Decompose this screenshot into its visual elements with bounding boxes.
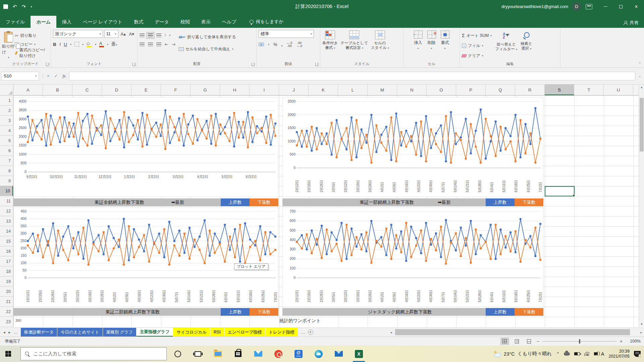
row-header-5[interactable]: 5: [0, 136, 13, 146]
underline-button[interactable]: U: [64, 42, 67, 47]
name-box[interactable]: S10▾: [1, 72, 39, 80]
number-dialog-launcher[interactable]: [315, 63, 319, 66]
mail-icon[interactable]: [248, 346, 268, 362]
sheet-tab-サイコロジカル[interactable]: サイコロジカル: [173, 328, 210, 337]
cell-styles-button[interactable]: セルのスタイル ▾: [371, 31, 389, 60]
increase-font-icon[interactable]: A▴: [120, 32, 127, 37]
taskbar-search-input[interactable]: ここに入力して検索: [20, 347, 167, 360]
row-header-3[interactable]: 3: [0, 116, 13, 126]
row-header-22[interactable]: 22: [0, 307, 13, 317]
row-header-17[interactable]: 17: [0, 256, 13, 266]
at-menu-icon[interactable]: @menu: [288, 346, 309, 362]
task-view-icon[interactable]: [188, 346, 208, 362]
scroll-down-icon[interactable]: ▼: [639, 321, 644, 327]
vertical-scrollbar[interactable]: ▲ ▼: [639, 84, 644, 327]
column-header-M[interactable]: M: [368, 84, 397, 95]
row-header-13[interactable]: 13: [0, 216, 13, 226]
ribbon-tab-校閲[interactable]: 校閲: [175, 16, 196, 28]
row-header-23[interactable]: 23: [0, 317, 13, 327]
ribbon-tab-数式[interactable]: 数式: [128, 16, 149, 28]
row-header-8[interactable]: 8: [0, 166, 13, 176]
red-circle-app-icon[interactable]: [268, 346, 288, 362]
action-center-icon[interactable]: 1: [634, 351, 641, 357]
align-middle-icon[interactable]: [148, 34, 153, 37]
ribbon-display-options-icon[interactable]: [586, 4, 592, 9]
font-dialog-launcher[interactable]: [132, 63, 136, 66]
ribbon-tab-ページ レイアウト[interactable]: ページ レイアウト: [77, 16, 128, 28]
scroll-right-icon[interactable]: ▸: [639, 328, 644, 337]
account-avatar[interactable]: D: [572, 2, 581, 11]
sheet-tab-今日のまとめサイト[interactable]: 今日のまとめサイト: [57, 328, 103, 337]
row-header-21[interactable]: 21: [0, 297, 13, 307]
row-header-7[interactable]: 7: [0, 156, 13, 166]
increase-decimal-icon[interactable]: ←.0.00: [286, 41, 292, 47]
sheet-tab-エンベロープ指標[interactable]: エンベロープ指標: [224, 328, 265, 337]
ribbon-tab-ホーム[interactable]: ホーム: [31, 16, 56, 28]
column-header-O[interactable]: O: [427, 84, 456, 95]
ribbon-tab-表示[interactable]: 表示: [196, 16, 216, 28]
format-as-table-button[interactable]: テーブルとして書式設定 ▾: [340, 31, 368, 60]
autosum-button[interactable]: Σオート SUM▾: [462, 31, 492, 40]
align-bottom-icon[interactable]: [156, 34, 161, 37]
select-all-corner[interactable]: [0, 84, 13, 96]
collapse-ribbon-icon[interactable]: ⌃: [638, 62, 641, 66]
column-header-A[interactable]: A: [13, 84, 43, 95]
sheet-more-icon[interactable]: …: [301, 330, 305, 335]
delete-cells-button[interactable]: 削除▾: [427, 31, 436, 60]
column-header-C[interactable]: C: [72, 84, 102, 95]
align-top-icon[interactable]: [140, 34, 145, 37]
file-explorer-icon[interactable]: [208, 346, 228, 362]
mail-2-icon[interactable]: [329, 346, 349, 362]
sheet-nav-right-icon[interactable]: ▸: [9, 330, 11, 335]
column-header-B[interactable]: B: [43, 84, 72, 95]
close-button[interactable]: ×: [629, 0, 644, 13]
orientation-icon[interactable]: ⟊: [165, 33, 166, 38]
normal-view-icon[interactable]: [500, 338, 509, 345]
column-header-G[interactable]: G: [191, 84, 220, 95]
insert-cells-button[interactable]: 挿入▾: [414, 31, 423, 60]
onedrive-icon[interactable]: [564, 352, 570, 356]
column-header-L[interactable]: L: [338, 84, 368, 95]
font-size-select[interactable]: 11▾: [104, 30, 118, 38]
sheet-tab-株価診断データ[interactable]: 株価診断データ: [21, 328, 57, 337]
merge-center-button[interactable]: セルを結合して中央揃え▾: [179, 45, 236, 53]
italic-button[interactable]: I: [59, 42, 61, 47]
row-header-9[interactable]: 9: [0, 176, 13, 186]
volume-icon[interactable]: [594, 352, 596, 355]
font-color-icon[interactable]: A: [99, 42, 104, 47]
page-layout-view-icon[interactable]: [513, 338, 521, 345]
font-name-select[interactable]: 游ゴシック▾: [53, 30, 103, 38]
percent-format-icon[interactable]: %: [273, 42, 277, 47]
paste-button[interactable]: 貼り付け ▾: [2, 30, 15, 60]
start-button[interactable]: [0, 346, 16, 362]
currency-format-icon[interactable]: ¥: [259, 43, 264, 46]
tell-me-search[interactable]: 何をしますか: [250, 16, 284, 28]
comma-format-icon[interactable]: ,: [281, 42, 283, 47]
column-header-P[interactable]: P: [456, 84, 486, 95]
insert-function-icon[interactable]: fx: [63, 73, 66, 79]
microsoft-store-icon[interactable]: [228, 346, 248, 362]
ime-indicator[interactable]: A: [601, 351, 604, 357]
vertical-scroll-thumb[interactable]: [640, 98, 644, 152]
cut-button[interactable]: ✂切り取り: [15, 31, 49, 40]
excel-icon[interactable]: [349, 346, 369, 362]
column-header-S[interactable]: S: [545, 84, 574, 95]
minimize-button[interactable]: [598, 0, 613, 13]
decrease-indent-icon[interactable]: ⇤: [165, 42, 168, 47]
cortana-icon[interactable]: [168, 346, 188, 362]
maximize-button[interactable]: [613, 0, 629, 13]
sheet-nav-more-icon[interactable]: …: [14, 330, 17, 334]
row-header-2[interactable]: 2: [0, 106, 13, 116]
column-header-T[interactable]: T: [574, 84, 604, 95]
column-header-D[interactable]: D: [102, 84, 131, 95]
sort-filter-button[interactable]: AZ 並べ替えとフィルター ▾: [495, 30, 517, 60]
column-header-J[interactable]: J: [279, 84, 309, 95]
ribbon-tab-ヘルプ[interactable]: ヘルプ: [216, 16, 242, 28]
sheet-tab-業種別 グラフ[interactable]: 業種別 グラフ: [103, 328, 137, 337]
row-header-18[interactable]: 18: [0, 266, 13, 277]
row-header-14[interactable]: 14: [0, 226, 13, 236]
row-header-4[interactable]: 4: [0, 126, 13, 136]
column-header-N[interactable]: N: [397, 84, 427, 95]
column-header-K[interactable]: K: [309, 84, 338, 95]
decrease-font-icon[interactable]: A▾: [128, 32, 135, 37]
